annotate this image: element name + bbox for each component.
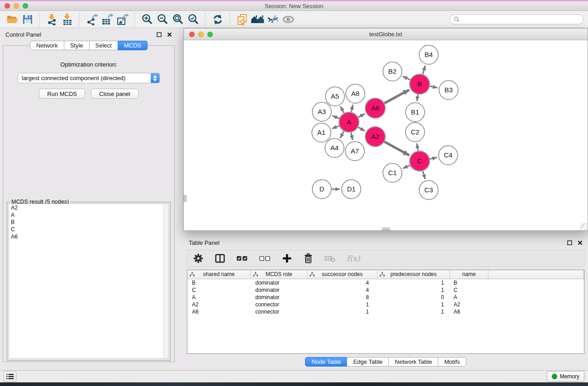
graph-edge-C-C2[interactable] (417, 143, 418, 151)
column-header-name[interactable]: name (450, 270, 488, 279)
duplicate-network-button[interactable] (234, 12, 250, 27)
tab-style[interactable]: Style (64, 41, 90, 50)
graph-edge-C-C4[interactable] (430, 157, 437, 159)
graph-node-C3[interactable]: C3 (419, 181, 438, 200)
zoom-fit-button[interactable] (170, 12, 186, 27)
tab-node-table[interactable]: Node Table (305, 357, 348, 367)
graph-edge-A-A8[interactable] (351, 105, 353, 112)
delete-column-trash-icon[interactable] (303, 253, 313, 264)
table-row[interactable]: Cdominator41C (187, 286, 584, 294)
table-row[interactable]: A2connector11A2 (187, 301, 584, 308)
graph-node-B1[interactable]: B1 (406, 103, 425, 122)
task-history-button[interactable] (4, 371, 16, 382)
float-panel-icon[interactable] (157, 32, 162, 37)
graph-node-A8[interactable]: A8 (346, 84, 365, 103)
graph-node-A1[interactable]: A1 (312, 123, 331, 142)
result-item-A[interactable]: A (9, 211, 168, 219)
graph-edge-A-A5[interactable] (340, 106, 344, 113)
graph-node-B[interactable]: B (410, 74, 430, 94)
zoom-window-button[interactable] (23, 3, 28, 9)
graph-edge-A-A1[interactable] (332, 126, 339, 129)
graph-node-C1[interactable]: C1 (383, 163, 402, 182)
houses-icon-button[interactable] (250, 12, 265, 27)
save-session-button[interactable] (20, 12, 35, 27)
hide-selected-button[interactable] (265, 12, 281, 27)
close-window-button[interactable] (5, 3, 10, 9)
network-window-titlebar[interactable]: testGlobe.txt (184, 29, 588, 40)
export-table-button[interactable] (100, 12, 115, 27)
open-session-button[interactable] (5, 12, 20, 27)
result-item-A6[interactable]: A6 (9, 233, 168, 240)
graph-node-C[interactable]: C (410, 151, 430, 171)
vertical-scroll-thumb[interactable] (184, 195, 186, 202)
tab-select[interactable]: Select (89, 41, 118, 50)
graph-edge-B-B2[interactable] (403, 76, 411, 80)
tab-network-table[interactable]: Network Table (388, 357, 438, 367)
graph-node-A7[interactable]: A7 (345, 142, 364, 161)
export-network-button[interactable] (84, 12, 100, 27)
column-header-shared-name[interactable]: shared name (187, 270, 251, 279)
minimize-window-button[interactable] (14, 3, 19, 9)
tab-network[interactable]: Network (30, 41, 64, 50)
graph-node-B2[interactable]: B2 (383, 62, 402, 81)
result-item-C[interactable]: C (9, 226, 168, 233)
graph-node-A6[interactable]: A6 (365, 98, 385, 118)
network-graph[interactable]: B4B2BB3A5A8A6A3B1AC2A1A2A4A7CC4C1C3DD1 (184, 40, 588, 230)
graph-node-C4[interactable]: C4 (439, 146, 458, 165)
column-header-successor-nodes[interactable]: successor nodes (307, 270, 378, 279)
graph-node-A4[interactable]: A4 (325, 138, 344, 157)
float-panel-icon[interactable] (567, 240, 572, 245)
select-all-checkboxes-icon[interactable] (236, 254, 248, 262)
column-header-MCDS-role[interactable]: MCDS role (251, 270, 307, 279)
graph-edge-A-A2[interactable] (358, 127, 365, 131)
graph-edge-B-B3[interactable] (430, 86, 438, 88)
graph-edge-B-B1[interactable] (417, 95, 418, 101)
table-row[interactable]: A6connector11A6 (187, 308, 584, 315)
result-item-A2[interactable]: A2 (9, 204, 168, 211)
tab-motifs[interactable]: Motifs (438, 357, 466, 367)
zoom-network-window-button[interactable] (207, 32, 213, 37)
import-network-button[interactable] (44, 12, 60, 27)
close-network-window-button[interactable] (189, 32, 195, 37)
optimization-criterion-select[interactable]: largest connected component (directed) (18, 73, 160, 83)
graph-node-D[interactable]: D (312, 180, 331, 199)
minimize-network-window-button[interactable] (198, 32, 204, 37)
graph-edge-A-A4[interactable] (340, 131, 344, 138)
table-settings-gear-icon[interactable] (193, 253, 204, 264)
network-canvas[interactable]: B4B2BB3A5A8A6A3B1AC2A1A2A4A7CC4C1C3DD1 (184, 40, 588, 230)
close-panel-icon[interactable] (578, 240, 583, 245)
result-list-scrollbar[interactable] (163, 204, 168, 358)
show-all-button[interactable] (281, 12, 296, 27)
result-item-B[interactable]: B (9, 219, 168, 226)
graph-node-A[interactable]: A (339, 112, 359, 132)
graph-node-C2[interactable]: C2 (406, 123, 425, 142)
horizontal-scroll-thumb[interactable] (382, 228, 390, 230)
import-table-button[interactable] (60, 12, 75, 27)
column-header-predecessor-nodes[interactable]: predecessor nodes (378, 270, 450, 279)
graph-edge-A-A7[interactable] (351, 133, 353, 140)
graph-edge-C-C1[interactable] (403, 165, 410, 168)
table-row[interactable]: Adominator80A (187, 294, 584, 301)
graph-edge-A6-B[interactable] (384, 90, 409, 103)
graph-edge-B-B4[interactable] (423, 66, 425, 74)
close-panel-icon[interactable] (167, 32, 172, 37)
refresh-button[interactable] (210, 12, 225, 27)
run-mcds-button[interactable]: Run MCDS (39, 89, 85, 99)
export-image-button[interactable] (115, 12, 130, 27)
graph-node-A2[interactable]: A2 (365, 127, 385, 147)
add-column-plus-icon[interactable] (282, 253, 292, 264)
split-panel-icon[interactable] (215, 253, 225, 264)
tab-edge-table[interactable]: Edge Table (347, 357, 389, 367)
graph-edge-A2-C[interactable] (384, 142, 409, 155)
table-row[interactable]: Bdominator41B (187, 279, 584, 286)
zoom-selected-button[interactable] (186, 12, 201, 27)
graph-node-D1[interactable]: D1 (342, 180, 361, 199)
memory-button[interactable]: Memory (547, 371, 584, 382)
tab-mcds[interactable]: MCDS (118, 41, 148, 50)
graph-edge-A-A6[interactable] (358, 114, 365, 117)
deselect-all-checkboxes-icon[interactable] (259, 254, 271, 262)
window-resize-grip[interactable] (580, 223, 587, 230)
graph-edge-C-C3[interactable] (423, 171, 425, 179)
graph-node-B4[interactable]: B4 (419, 45, 438, 64)
search-field[interactable] (449, 14, 583, 24)
